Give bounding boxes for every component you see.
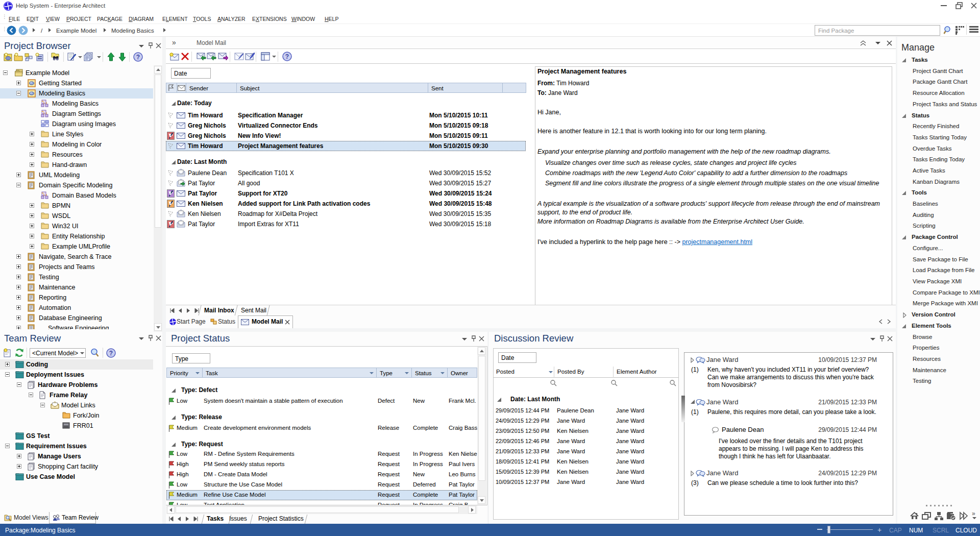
svg-text:?: ? bbox=[285, 53, 289, 60]
svg-text:?: ? bbox=[136, 54, 140, 61]
svg-text:?: ? bbox=[109, 350, 113, 357]
